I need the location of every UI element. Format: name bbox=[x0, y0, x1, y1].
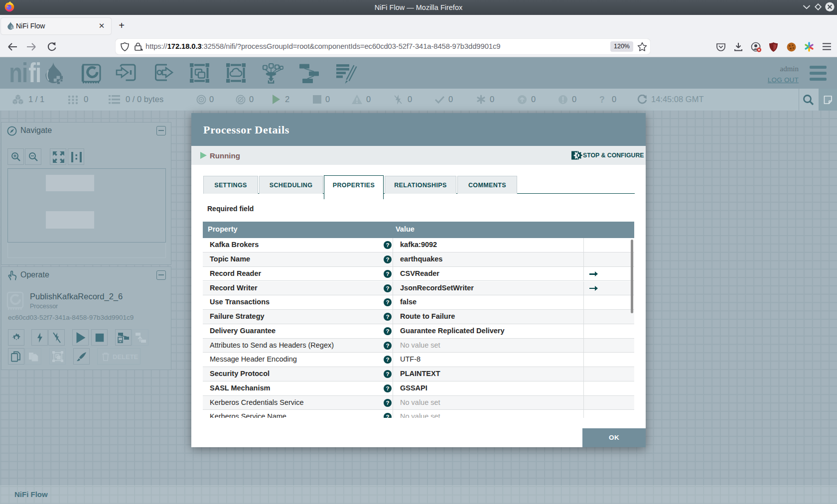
svg-text:fi: fi bbox=[28, 61, 41, 85]
svg-text:ni: ni bbox=[9, 61, 27, 85]
